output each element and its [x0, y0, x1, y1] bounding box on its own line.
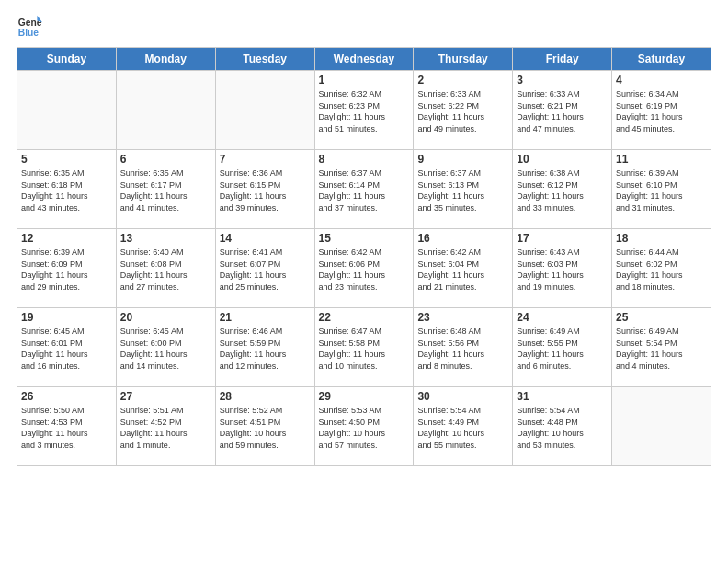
week-row-0: 1Sunrise: 6:32 AM Sunset: 6:23 PM Daylig… [17, 71, 711, 150]
day-info: Sunrise: 6:38 AM Sunset: 6:12 PM Dayligh… [517, 167, 608, 213]
day-cell: 4Sunrise: 6:34 AM Sunset: 6:19 PM Daylig… [612, 71, 711, 150]
day-number: 8 [319, 153, 410, 166]
day-number: 29 [319, 390, 410, 403]
svg-text:Blue: Blue [18, 28, 40, 38]
day-cell: 18Sunrise: 6:44 AM Sunset: 6:02 PM Dayli… [612, 229, 711, 308]
day-cell: 27Sunrise: 5:51 AM Sunset: 4:52 PM Dayli… [116, 387, 215, 466]
day-number: 4 [616, 74, 707, 86]
day-info: Sunrise: 6:40 AM Sunset: 6:08 PM Dayligh… [120, 247, 211, 293]
calendar: SundayMondayTuesdayWednesdayThursdayFrid… [17, 47, 711, 466]
day-cell: 30Sunrise: 5:54 AM Sunset: 4:49 PM Dayli… [414, 387, 513, 466]
day-cell: 2Sunrise: 6:33 AM Sunset: 6:22 PM Daylig… [414, 71, 513, 150]
day-number: 11 [616, 153, 707, 166]
week-row-4: 26Sunrise: 5:50 AM Sunset: 4:53 PM Dayli… [17, 387, 711, 466]
day-number: 14 [220, 232, 311, 245]
day-info: Sunrise: 6:39 AM Sunset: 6:09 PM Dayligh… [21, 247, 112, 293]
page: General Blue SundayMondayTuesdayWednesda… [0, 0, 728, 563]
day-number: 10 [517, 153, 608, 166]
day-number: 24 [517, 311, 608, 324]
day-info: Sunrise: 6:43 AM Sunset: 6:03 PM Dayligh… [517, 247, 608, 293]
day-info: Sunrise: 5:52 AM Sunset: 4:51 PM Dayligh… [220, 405, 311, 451]
weekday-header-wednesday: Wednesday [314, 48, 414, 71]
day-number: 6 [120, 153, 211, 166]
day-number: 17 [517, 232, 608, 245]
day-cell: 14Sunrise: 6:41 AM Sunset: 6:07 PM Dayli… [215, 229, 314, 308]
weekday-header-row: SundayMondayTuesdayWednesdayThursdayFrid… [17, 48, 711, 71]
day-cell: 11Sunrise: 6:39 AM Sunset: 6:10 PM Dayli… [612, 150, 711, 229]
day-cell [215, 71, 314, 150]
day-cell: 13Sunrise: 6:40 AM Sunset: 6:08 PM Dayli… [116, 229, 215, 308]
day-info: Sunrise: 6:42 AM Sunset: 6:04 PM Dayligh… [417, 247, 508, 293]
day-info: Sunrise: 5:50 AM Sunset: 4:53 PM Dayligh… [21, 405, 112, 451]
logo: General Blue [17, 14, 42, 40]
day-cell: 7Sunrise: 6:36 AM Sunset: 6:15 PM Daylig… [215, 150, 314, 229]
day-number: 22 [319, 311, 410, 324]
day-number: 2 [417, 74, 508, 86]
day-cell [612, 387, 711, 466]
day-cell [17, 71, 117, 150]
day-info: Sunrise: 5:51 AM Sunset: 4:52 PM Dayligh… [120, 405, 211, 451]
day-cell: 1Sunrise: 6:32 AM Sunset: 6:23 PM Daylig… [314, 71, 414, 150]
header: General Blue [17, 14, 711, 40]
day-info: Sunrise: 6:33 AM Sunset: 6:22 PM Dayligh… [417, 88, 508, 134]
week-row-2: 12Sunrise: 6:39 AM Sunset: 6:09 PM Dayli… [17, 229, 711, 308]
day-number: 21 [220, 311, 311, 324]
day-info: Sunrise: 6:45 AM Sunset: 6:00 PM Dayligh… [120, 326, 211, 372]
day-cell: 20Sunrise: 6:45 AM Sunset: 6:00 PM Dayli… [116, 308, 215, 387]
weekday-header-saturday: Saturday [612, 48, 711, 71]
day-info: Sunrise: 6:44 AM Sunset: 6:02 PM Dayligh… [616, 247, 707, 293]
day-number: 26 [21, 390, 112, 403]
day-cell: 6Sunrise: 6:35 AM Sunset: 6:17 PM Daylig… [116, 150, 215, 229]
day-cell [116, 71, 215, 150]
day-info: Sunrise: 5:54 AM Sunset: 4:49 PM Dayligh… [417, 405, 508, 451]
day-number: 15 [319, 232, 410, 245]
day-cell: 23Sunrise: 6:48 AM Sunset: 5:56 PM Dayli… [414, 308, 513, 387]
day-number: 30 [417, 390, 508, 403]
day-number: 20 [120, 311, 211, 324]
day-number: 28 [220, 390, 311, 403]
logo-icon: General Blue [17, 14, 42, 40]
day-info: Sunrise: 5:54 AM Sunset: 4:48 PM Dayligh… [517, 405, 608, 451]
day-cell: 29Sunrise: 5:53 AM Sunset: 4:50 PM Dayli… [314, 387, 414, 466]
day-cell: 31Sunrise: 5:54 AM Sunset: 4:48 PM Dayli… [513, 387, 612, 466]
day-cell: 19Sunrise: 6:45 AM Sunset: 6:01 PM Dayli… [17, 308, 117, 387]
day-cell: 9Sunrise: 6:37 AM Sunset: 6:13 PM Daylig… [414, 150, 513, 229]
day-number: 18 [616, 232, 707, 245]
day-number: 12 [21, 232, 112, 245]
day-info: Sunrise: 6:35 AM Sunset: 6:18 PM Dayligh… [21, 167, 112, 213]
day-number: 9 [417, 153, 508, 166]
day-cell: 15Sunrise: 6:42 AM Sunset: 6:06 PM Dayli… [314, 229, 414, 308]
day-cell: 8Sunrise: 6:37 AM Sunset: 6:14 PM Daylig… [314, 150, 414, 229]
day-number: 16 [417, 232, 508, 245]
day-number: 5 [21, 153, 112, 166]
day-number: 1 [319, 74, 410, 86]
day-number: 27 [120, 390, 211, 403]
week-row-3: 19Sunrise: 6:45 AM Sunset: 6:01 PM Dayli… [17, 308, 711, 387]
day-info: Sunrise: 6:33 AM Sunset: 6:21 PM Dayligh… [517, 88, 608, 134]
day-number: 19 [21, 311, 112, 324]
day-cell: 21Sunrise: 6:46 AM Sunset: 5:59 PM Dayli… [215, 308, 314, 387]
day-cell: 17Sunrise: 6:43 AM Sunset: 6:03 PM Dayli… [513, 229, 612, 308]
day-info: Sunrise: 6:41 AM Sunset: 6:07 PM Dayligh… [220, 247, 311, 293]
day-cell: 25Sunrise: 6:49 AM Sunset: 5:54 PM Dayli… [612, 308, 711, 387]
day-number: 23 [417, 311, 508, 324]
day-info: Sunrise: 6:49 AM Sunset: 5:54 PM Dayligh… [616, 326, 707, 372]
day-info: Sunrise: 6:32 AM Sunset: 6:23 PM Dayligh… [319, 88, 410, 134]
day-cell: 24Sunrise: 6:49 AM Sunset: 5:55 PM Dayli… [513, 308, 612, 387]
weekday-header-thursday: Thursday [414, 48, 513, 71]
day-info: Sunrise: 6:48 AM Sunset: 5:56 PM Dayligh… [417, 326, 508, 372]
day-info: Sunrise: 5:53 AM Sunset: 4:50 PM Dayligh… [319, 405, 410, 451]
day-cell: 16Sunrise: 6:42 AM Sunset: 6:04 PM Dayli… [414, 229, 513, 308]
day-info: Sunrise: 6:36 AM Sunset: 6:15 PM Dayligh… [220, 167, 311, 213]
day-cell: 28Sunrise: 5:52 AM Sunset: 4:51 PM Dayli… [215, 387, 314, 466]
week-row-1: 5Sunrise: 6:35 AM Sunset: 6:18 PM Daylig… [17, 150, 711, 229]
day-number: 25 [616, 311, 707, 324]
day-info: Sunrise: 6:34 AM Sunset: 6:19 PM Dayligh… [616, 88, 707, 134]
day-info: Sunrise: 6:37 AM Sunset: 6:14 PM Dayligh… [319, 167, 410, 213]
day-number: 13 [120, 232, 211, 245]
day-number: 31 [517, 390, 608, 403]
day-number: 7 [220, 153, 311, 166]
day-info: Sunrise: 6:37 AM Sunset: 6:13 PM Dayligh… [417, 167, 508, 213]
weekday-header-sunday: Sunday [17, 48, 117, 71]
weekday-header-monday: Monday [116, 48, 215, 71]
